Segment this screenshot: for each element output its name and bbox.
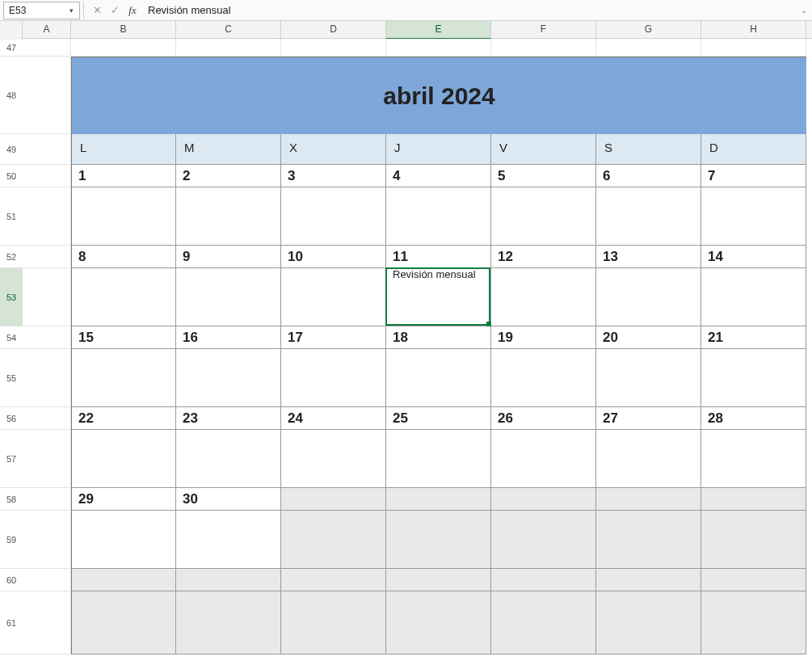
- row-header[interactable]: 54: [0, 326, 23, 349]
- calendar-day[interactable]: 24: [281, 407, 386, 430]
- calendar-event[interactable]: [701, 430, 806, 488]
- calendar-event[interactable]: [71, 430, 176, 488]
- row-header[interactable]: 61: [0, 591, 23, 654]
- calendar-dow[interactable]: M: [176, 134, 281, 165]
- confirm-icon[interactable]: ✓: [106, 2, 124, 19]
- calendar-day[interactable]: 10: [281, 246, 386, 268]
- calendar-event[interactable]: [176, 349, 281, 407]
- cell[interactable]: [596, 39, 701, 57]
- calendar-day[interactable]: 2: [176, 165, 281, 187]
- calendar-event[interactable]: [386, 349, 491, 407]
- calendar-event[interactable]: [281, 268, 386, 326]
- cell[interactable]: [281, 39, 386, 57]
- calendar-day[interactable]: 6: [596, 165, 701, 187]
- col-header[interactable]: C: [176, 21, 281, 40]
- calendar-dow[interactable]: V: [491, 134, 596, 165]
- calendar-event-empty[interactable]: [701, 591, 806, 654]
- row-header[interactable]: 60: [0, 569, 23, 591]
- col-header[interactable]: F: [491, 21, 596, 40]
- col-header[interactable]: G: [596, 21, 701, 40]
- calendar-day[interactable]: 17: [281, 326, 386, 349]
- calendar-day-empty[interactable]: [701, 569, 806, 591]
- calendar-day[interactable]: 26: [491, 407, 596, 430]
- calendar-event[interactable]: [176, 511, 281, 569]
- calendar-day[interactable]: 1: [71, 165, 176, 187]
- calendar-event[interactable]: [596, 349, 701, 407]
- row-header[interactable]: 52: [0, 246, 23, 268]
- row-header[interactable]: 47: [0, 39, 23, 57]
- calendar-event-empty[interactable]: [491, 511, 596, 569]
- calendar-day-empty[interactable]: [596, 569, 701, 591]
- calendar-day[interactable]: 3: [281, 165, 386, 187]
- cell[interactable]: [23, 134, 71, 165]
- col-header[interactable]: E: [386, 21, 491, 40]
- row-header[interactable]: 55: [0, 349, 23, 407]
- calendar-day[interactable]: 20: [596, 326, 701, 349]
- cell[interactable]: [23, 430, 71, 488]
- calendar-day[interactable]: 8: [71, 246, 176, 268]
- calendar-day[interactable]: 27: [596, 407, 701, 430]
- calendar-event[interactable]: [281, 430, 386, 488]
- calendar-event-empty[interactable]: [701, 511, 806, 569]
- calendar-day-empty[interactable]: [596, 488, 701, 511]
- calendar-event[interactable]: [176, 187, 281, 246]
- calendar-event-empty[interactable]: [281, 511, 386, 569]
- calendar-event[interactable]: [176, 430, 281, 488]
- expand-formula-bar-icon[interactable]: ⌄: [796, 6, 812, 15]
- calendar-day-empty[interactable]: [491, 488, 596, 511]
- cell[interactable]: [23, 591, 71, 654]
- select-all-corner[interactable]: [0, 21, 23, 40]
- calendar-day[interactable]: 18: [386, 326, 491, 349]
- calendar-event-empty[interactable]: [596, 511, 701, 569]
- calendar-day[interactable]: 11: [386, 246, 491, 268]
- calendar-dow[interactable]: X: [281, 134, 386, 165]
- calendar-event-empty[interactable]: [176, 591, 281, 654]
- calendar-event[interactable]: [701, 187, 806, 246]
- calendar-event[interactable]: [176, 268, 281, 326]
- col-header[interactable]: D: [281, 21, 386, 40]
- calendar-event[interactable]: [596, 187, 701, 246]
- calendar-day[interactable]: 7: [701, 165, 806, 187]
- calendar-day[interactable]: 30: [176, 488, 281, 511]
- cell[interactable]: [23, 511, 71, 569]
- calendar-event[interactable]: [386, 187, 491, 246]
- cell[interactable]: [23, 569, 71, 591]
- calendar-event-empty[interactable]: [386, 511, 491, 569]
- calendar-day[interactable]: 9: [176, 246, 281, 268]
- calendar-event[interactable]: [491, 349, 596, 407]
- calendar-event[interactable]: [596, 268, 701, 326]
- cell[interactable]: [23, 165, 71, 187]
- calendar-dow[interactable]: D: [701, 134, 806, 165]
- calendar-event[interactable]: [71, 511, 176, 569]
- calendar-event[interactable]: [386, 430, 491, 488]
- row-header[interactable]: 59: [0, 511, 23, 569]
- name-box[interactable]: E53 ▾: [3, 2, 80, 19]
- calendar-event-empty[interactable]: [491, 591, 596, 654]
- calendar-event-empty[interactable]: [281, 591, 386, 654]
- formula-input[interactable]: [141, 2, 796, 19]
- calendar-day-empty[interactable]: [491, 569, 596, 591]
- cell[interactable]: [386, 39, 491, 57]
- calendar-day-empty[interactable]: [71, 569, 176, 591]
- row-header[interactable]: 57: [0, 430, 23, 488]
- calendar-day[interactable]: 12: [491, 246, 596, 268]
- cell[interactable]: [23, 326, 71, 349]
- calendar-dow[interactable]: J: [386, 134, 491, 165]
- calendar-day-empty[interactable]: [281, 488, 386, 511]
- calendar-event-selected[interactable]: Revisión mensual: [386, 268, 491, 326]
- calendar-day[interactable]: 4: [386, 165, 491, 187]
- col-header[interactable]: B: [71, 21, 176, 40]
- row-header[interactable]: 51: [0, 187, 23, 246]
- calendar-day[interactable]: 23: [176, 407, 281, 430]
- calendar-event[interactable]: [491, 268, 596, 326]
- fx-icon[interactable]: fx: [124, 2, 141, 19]
- row-header[interactable]: 53: [0, 268, 23, 326]
- calendar-event[interactable]: [71, 349, 176, 407]
- calendar-event[interactable]: [281, 349, 386, 407]
- cell[interactable]: [491, 39, 596, 57]
- calendar-day[interactable]: 15: [71, 326, 176, 349]
- row-header[interactable]: 56: [0, 407, 23, 430]
- calendar-event[interactable]: [491, 187, 596, 246]
- calendar-event[interactable]: [596, 430, 701, 488]
- cell[interactable]: [23, 407, 71, 430]
